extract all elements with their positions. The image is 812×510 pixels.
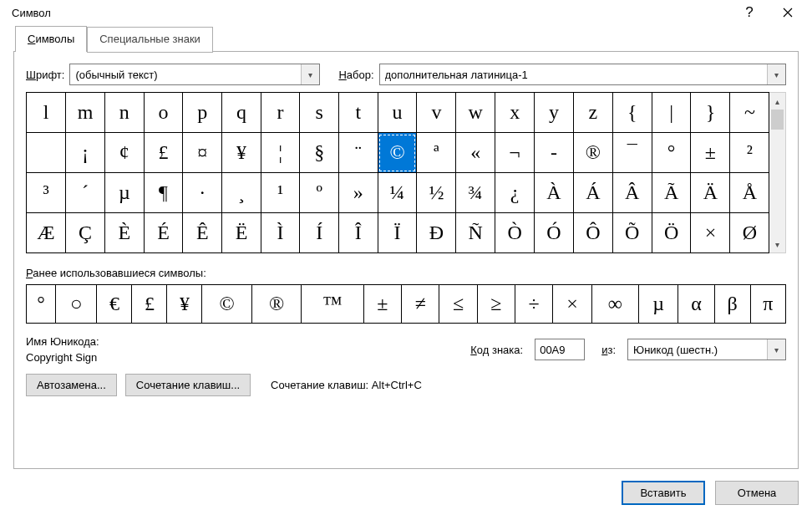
char-cell[interactable]: m <box>66 93 105 133</box>
char-cell[interactable]: Ê <box>183 213 222 253</box>
char-cell[interactable]: v <box>417 93 456 133</box>
recent-char-cell[interactable]: ∞ <box>591 285 638 324</box>
char-cell[interactable]: ¡ <box>66 133 105 173</box>
char-cell[interactable]: Ï <box>378 213 417 253</box>
char-cell[interactable]: ½ <box>417 173 456 213</box>
shortcut-key-button[interactable]: Сочетание клавиш... <box>125 374 251 396</box>
recently-used-grid[interactable]: °○€£¥©®™±≠≤≥÷×∞µαβπ <box>26 284 786 324</box>
recent-char-cell[interactable]: ≠ <box>402 285 439 324</box>
insert-button[interactable]: Вставить <box>622 481 705 505</box>
char-cell[interactable]: Î <box>338 213 378 253</box>
char-cell[interactable]: z <box>573 93 612 133</box>
char-cell[interactable]: ¶ <box>144 173 183 213</box>
char-cell[interactable]: ¢ <box>104 133 144 173</box>
char-cell[interactable]: ³ <box>27 173 66 213</box>
char-cell[interactable]: § <box>300 133 339 173</box>
char-cell[interactable]: ¤ <box>183 133 222 173</box>
char-cell[interactable]: q <box>222 93 261 133</box>
font-input[interactable] <box>70 64 301 84</box>
char-cell[interactable]: w <box>456 93 495 133</box>
char-cell[interactable]: ¹ <box>261 173 299 213</box>
char-cell[interactable]: { <box>612 93 652 133</box>
char-cell[interactable]: r <box>261 93 299 133</box>
char-cell[interactable]: ¸ <box>222 173 261 213</box>
char-cell[interactable]: t <box>338 93 378 133</box>
char-cell[interactable]: Í <box>300 213 339 253</box>
recent-char-cell[interactable]: ¥ <box>167 285 202 324</box>
font-dropdown-button[interactable]: ▾ <box>301 64 319 84</box>
char-cell[interactable]: u <box>378 93 417 133</box>
recent-char-cell[interactable]: α <box>678 285 715 324</box>
scroll-down-button[interactable]: ▾ <box>769 236 785 252</box>
recent-char-cell[interactable]: ® <box>251 285 302 324</box>
char-cell[interactable]: Ö <box>652 213 691 253</box>
char-cell[interactable]: ´ <box>66 173 105 213</box>
subset-input[interactable] <box>380 64 767 84</box>
char-cell[interactable]: x <box>495 93 535 133</box>
char-cell[interactable]: Ò <box>495 213 535 253</box>
char-cell[interactable]: | <box>652 93 691 133</box>
char-cell[interactable]: y <box>535 93 574 133</box>
char-cell[interactable]: ¬ <box>495 133 535 173</box>
char-cell[interactable]: n <box>104 93 144 133</box>
from-dropdown-button[interactable]: ▾ <box>767 339 785 360</box>
recent-char-cell[interactable]: ≥ <box>477 285 515 324</box>
recent-char-cell[interactable]: £ <box>132 285 167 324</box>
char-cell[interactable]: ¿ <box>495 173 535 213</box>
char-cell[interactable]: ± <box>691 133 730 173</box>
char-cell[interactable]: ¦ <box>261 133 299 173</box>
char-cell[interactable]: µ <box>104 173 144 213</box>
char-cell[interactable]: o <box>144 93 183 133</box>
char-cell[interactable]: ¨ <box>338 133 378 173</box>
recent-char-cell[interactable]: ○ <box>56 285 97 324</box>
recent-char-cell[interactable]: ≤ <box>439 285 477 324</box>
char-cell[interactable]: º <box>300 173 339 213</box>
char-cell[interactable]: ¾ <box>456 173 495 213</box>
recent-char-cell[interactable]: ™ <box>302 285 363 324</box>
recent-char-cell[interactable]: ÷ <box>515 285 553 324</box>
recent-char-cell[interactable]: × <box>553 285 591 324</box>
autocorrect-button[interactable]: Автозамена... <box>26 374 117 396</box>
char-cell[interactable]: ¼ <box>378 173 417 213</box>
from-input[interactable] <box>628 339 767 360</box>
char-cell[interactable]: ~ <box>730 93 769 133</box>
char-cell[interactable]: Å <box>730 173 769 213</box>
char-cell[interactable]: Ô <box>573 213 612 253</box>
close-button[interactable] <box>769 0 807 25</box>
char-cell[interactable]: Ð <box>417 213 456 253</box>
char-cell[interactable]: Ñ <box>456 213 495 253</box>
char-cell[interactable]: p <box>183 93 222 133</box>
char-cell[interactable]: } <box>691 93 730 133</box>
recent-char-cell[interactable]: € <box>97 285 132 324</box>
from-combo[interactable]: ▾ <box>627 339 786 360</box>
char-cell[interactable]: Â <box>612 173 652 213</box>
recent-char-cell[interactable]: © <box>202 285 252 324</box>
char-cell[interactable]: × <box>691 213 730 253</box>
char-cell[interactable]: À <box>535 173 574 213</box>
char-cell[interactable]: Ì <box>261 213 299 253</box>
recent-char-cell[interactable]: π <box>750 285 786 324</box>
char-cell[interactable]: s <box>300 93 339 133</box>
char-cell[interactable]: ° <box>652 133 691 173</box>
char-cell[interactable]: Õ <box>612 213 652 253</box>
character-grid[interactable]: lmnopqrstuvwxyz{|}~¡¢£¤¥¦§¨©ª«¬-®¯°±²³´µ… <box>26 92 769 253</box>
char-cell[interactable]: £ <box>144 133 183 173</box>
grid-scrollbar[interactable]: ▴ ▾ <box>769 92 786 253</box>
recent-char-cell[interactable]: ° <box>27 285 56 324</box>
char-cell[interactable]: Ó <box>535 213 574 253</box>
char-cell[interactable]: Á <box>573 173 612 213</box>
help-button[interactable]: ? <box>730 0 769 25</box>
char-cell[interactable]: · <box>183 173 222 213</box>
char-cell[interactable] <box>27 133 66 173</box>
char-cell[interactable]: Ä <box>691 173 730 213</box>
char-cell[interactable]: ® <box>573 133 612 173</box>
char-cell[interactable]: l <box>27 93 66 133</box>
char-cell[interactable]: ª <box>417 133 456 173</box>
char-code-input[interactable] <box>535 339 585 360</box>
char-cell[interactable]: Ç <box>66 213 105 253</box>
char-cell[interactable]: ¯ <box>612 133 652 173</box>
subset-dropdown-button[interactable]: ▾ <box>767 64 785 84</box>
char-cell[interactable]: Æ <box>27 213 66 253</box>
char-cell[interactable]: È <box>104 213 144 253</box>
recent-char-cell[interactable]: β <box>714 285 750 324</box>
